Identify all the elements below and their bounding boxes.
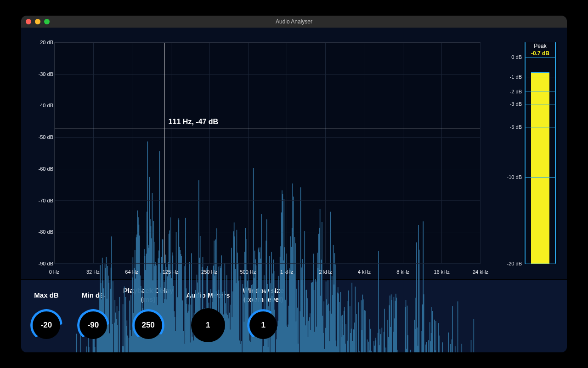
knob-value: 1: [246, 308, 280, 342]
close-icon[interactable]: [26, 19, 31, 24]
peak-meter-title: Peak: [523, 43, 558, 49]
meter-axis-tick: -20 dB: [503, 261, 522, 266]
minimize-icon[interactable]: [35, 19, 40, 24]
knob-value: -90: [76, 308, 110, 342]
knob-value: 250: [131, 308, 165, 342]
app-window: Audio Analyser 111 Hz, -47 dB: [21, 16, 567, 352]
y-axis-tick: -20 dB: [28, 40, 53, 45]
x-axis-tick: 1 kHz: [280, 269, 293, 275]
meter-axis-tick: 0 dB: [503, 54, 522, 60]
y-axis-tick: -50 dB: [28, 134, 53, 140]
x-axis-tick: 32 Hz: [86, 269, 100, 275]
x-axis-tick: 2 kHz: [319, 269, 332, 275]
knob[interactable]: 1: [191, 308, 225, 342]
x-axis-tick: 8 kHz: [396, 269, 409, 275]
meter-axis-tick: -2 dB: [503, 89, 522, 94]
y-axis-tick: -40 dB: [28, 103, 53, 108]
x-axis-tick: 24 kHz: [473, 269, 488, 275]
y-axis-tick: -90 dB: [28, 261, 53, 266]
spectrum-plot[interactable]: 111 Hz, -47 dB -20 dB-30 dB-40 dB-50 dB-…: [28, 36, 492, 276]
knob-value: -20: [29, 308, 63, 342]
y-axis-tick: -30 dB: [28, 71, 53, 77]
knob[interactable]: 1: [246, 308, 280, 342]
cursor-vertical-line: [164, 43, 164, 263]
knob[interactable]: 250: [131, 308, 165, 342]
x-axis-tick: 0 Hz: [49, 269, 60, 275]
meter-axis-tick: -5 dB: [503, 124, 522, 130]
cursor-horizontal-line: [55, 128, 480, 128]
peak-meter-value: -0.7 dB: [523, 50, 558, 57]
peak-meter-panel: Peak -0.7 dB 0 dB-1 dB-2 dB-3 dB-5 dB-10…: [503, 30, 564, 279]
knob[interactable]: -20: [29, 308, 63, 342]
x-axis-tick: 125 Hz: [163, 269, 179, 275]
meter-axis-tick: -1 dB: [503, 74, 522, 80]
peak-meter-indicator: [531, 72, 549, 73]
meter-axis-tick: -10 dB: [503, 174, 522, 180]
y-axis-tick: -70 dB: [28, 198, 53, 203]
content: 111 Hz, -47 dB -20 dB-30 dB-40 dB-50 dB-…: [21, 28, 567, 352]
titlebar[interactable]: Audio Analyser: [21, 16, 567, 28]
peak-meter-bar: [531, 72, 549, 264]
knob[interactable]: -90: [76, 308, 110, 342]
y-axis-tick: -80 dB: [28, 229, 53, 235]
window-controls: [26, 19, 50, 24]
knob-value: 1: [191, 308, 225, 342]
window-title: Audio Analyser: [276, 18, 312, 25]
cursor-readout: 111 Hz, -47 dB: [169, 118, 218, 126]
x-axis-tick: 4 kHz: [358, 269, 371, 275]
x-axis-tick: 16 kHz: [434, 269, 450, 275]
x-axis-tick: 250 Hz: [201, 269, 217, 275]
meter-axis-tick: -3 dB: [503, 101, 522, 107]
peak-meter: Peak -0.7 dB 0 dB-1 dB-2 dB-3 dB-5 dB-10…: [503, 36, 558, 276]
x-axis-tick: 64 Hz: [125, 269, 138, 275]
spectrum-panel: 111 Hz, -47 dB -20 dB-30 dB-40 dB-50 dB-…: [24, 30, 500, 279]
y-axis-tick: -60 dB: [28, 166, 53, 172]
zoom-icon[interactable]: [44, 19, 50, 24]
x-axis-tick: 500 Hz: [240, 269, 256, 275]
